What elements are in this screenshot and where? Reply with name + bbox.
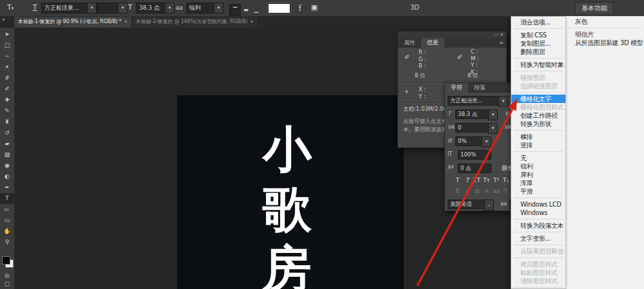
menu-item[interactable]: 从所选图层新建 3D 模型 <box>566 39 644 47</box>
font-size-field[interactable]: 38.3 点▾ <box>455 109 498 119</box>
menu-item[interactable]: 横排 <box>511 133 565 141</box>
tab-properties[interactable]: 属性 <box>398 38 421 48</box>
menu-item[interactable]: 转换为段落文本 <box>511 221 565 230</box>
canvas-vertical-text[interactable]: 小歌房 <box>263 120 312 289</box>
anti-alias-select[interactable]: 锐利▾ <box>186 3 223 14</box>
document-tab[interactable]: 未标题-1-恢复的 @ 90.9% (小歌房, RGB/8) *✕ <box>14 16 132 28</box>
menu-item[interactable]: 灰色 <box>566 17 644 26</box>
type-tool[interactable]: T <box>0 193 14 204</box>
type-style-button[interactable]: Tт <box>482 177 491 183</box>
font-family-select[interactable]: 方正粗活意...▾ <box>448 96 508 106</box>
eyedropper-tool[interactable]: ✐ <box>0 84 14 95</box>
warp-text-icon[interactable]: ʄ <box>295 3 305 13</box>
opentype-button[interactable]: A <box>482 188 491 194</box>
opentype-button[interactable]: T <box>501 188 511 194</box>
close-panel-icon[interactable]: ✕ <box>500 32 504 37</box>
tab-paragraph[interactable]: 段落 <box>468 83 491 93</box>
align-bottom-icon[interactable]: ▁ <box>251 5 261 15</box>
chevron-down-icon[interactable]: ▾ <box>214 3 223 14</box>
vertical-scale-field[interactable]: 100% <box>458 150 491 160</box>
collapse-panel-icon[interactable]: ‹‹ <box>495 32 498 37</box>
quick-mask-icon[interactable]: ◎ <box>0 272 14 279</box>
foreground-color-swatch[interactable] <box>2 256 10 265</box>
menu-item[interactable]: 栅格化文字 <box>511 95 565 103</box>
menu-item[interactable]: Windows <box>511 209 565 217</box>
chevron-down-icon[interactable]: ▾ <box>482 136 491 147</box>
font-size-select[interactable]: 38.3 点▾ <box>136 3 175 14</box>
type-tool-preset-icon[interactable]: T▾ <box>3 3 17 13</box>
chevron-down-icon[interactable]: ▾ <box>488 109 498 120</box>
opentype-button[interactable]: σ <box>462 188 472 194</box>
type-style-button[interactable]: TT <box>472 177 482 183</box>
menu-item[interactable]: 混合选项... <box>511 18 565 26</box>
menu-item[interactable]: 转换为形状 <box>511 120 565 128</box>
align-center-icon[interactable]: ▬ <box>241 5 251 15</box>
chevron-down-icon[interactable]: ▾ <box>498 96 508 107</box>
chevron-down-icon[interactable]: ▾ <box>165 3 175 14</box>
chevron-down-icon[interactable]: ▾ <box>87 3 97 14</box>
shape-tool[interactable]: ▭ <box>0 215 14 226</box>
chevron-down-icon[interactable]: ⌄ <box>484 200 494 210</box>
magic-wand-tool[interactable]: ✴ <box>0 62 14 73</box>
brush-tool[interactable]: ✎ <box>0 106 14 117</box>
clone-stamp-tool[interactable]: ♜ <box>0 117 14 127</box>
text-color-swatch[interactable] <box>268 3 290 14</box>
type-style-button[interactable]: T₁ <box>501 177 511 183</box>
tab-character[interactable]: 字符 <box>445 83 468 93</box>
history-brush-tool[interactable]: ↺ <box>0 127 14 138</box>
menu-item[interactable]: 转换为智能对象 <box>511 61 565 69</box>
3d-menu-label[interactable]: 3D <box>408 3 421 13</box>
opentype-button[interactable]: fi <box>453 188 462 194</box>
menu-item[interactable]: 明信片 <box>566 30 644 39</box>
spacing-field[interactable]: 0%▾ <box>455 136 491 146</box>
menu-item[interactable]: Windows LCD <box>511 200 565 209</box>
move-tool[interactable]: ➤ <box>0 29 14 40</box>
panel-menu-icon[interactable]: ≡ <box>499 38 504 48</box>
kerning-field[interactable]: 0▾ <box>455 123 498 133</box>
crop-tool[interactable]: # <box>0 73 14 84</box>
type-style-button[interactable]: T <box>453 177 462 183</box>
menu-item[interactable]: 文字变形... <box>511 234 565 243</box>
type-style-button[interactable]: T <box>462 177 472 183</box>
opentype-button[interactable]: st <box>472 188 482 194</box>
menu-item[interactable]: 删除图层 <box>511 48 565 56</box>
menu-item[interactable]: 复制 CSS <box>511 31 565 39</box>
hand-tool[interactable]: ✋ <box>0 226 14 237</box>
menu-item[interactable]: 锐利 <box>511 162 565 171</box>
menu-item[interactable]: 无 <box>511 154 565 162</box>
blur-tool[interactable]: ◉ <box>0 160 14 171</box>
menu-item[interactable]: 犀利 <box>511 171 565 179</box>
pen-tool[interactable]: ✒ <box>0 182 14 193</box>
document-tab[interactable]: 未标题-2-恢复的 @ 146%(矢量智能对象, RGB/8)✕ <box>132 16 258 28</box>
type-style-button[interactable]: T¹ <box>491 177 501 183</box>
baseline-shift-field[interactable]: 0 点 <box>458 163 491 173</box>
zoom-tool[interactable]: ⚲ <box>0 237 14 248</box>
menu-item[interactable]: 浑厚 <box>511 179 565 187</box>
text-orientation-icon[interactable]: T <box>30 3 40 13</box>
close-tab-icon[interactable]: ✕ <box>250 16 254 28</box>
font-family-select[interactable]: 方正粗活意...▾ <box>41 3 97 14</box>
opentype-button[interactable]: aa <box>491 188 501 194</box>
menu-item[interactable]: 创建工作路径 <box>511 111 565 120</box>
menu-item[interactable]: 竖排 <box>511 141 565 149</box>
tab-info[interactable]: 信息 <box>421 38 444 48</box>
canvas[interactable]: 小歌房 <box>177 95 404 289</box>
path-select-tool[interactable]: ▻ <box>0 204 14 215</box>
font-style-select[interactable]: ▾ <box>97 3 128 14</box>
align-top-icon[interactable]: ▔ <box>229 4 241 16</box>
screen-mode-icon[interactable]: ▢ <box>0 281 14 287</box>
lasso-tool[interactable]: ∽ <box>0 51 14 62</box>
tools-collapse-icon[interactable]: » <box>2 17 5 23</box>
menu-item[interactable]: 复制图层... <box>511 39 565 48</box>
gradient-tool[interactable]: ▧ <box>0 149 14 160</box>
close-tab-icon[interactable]: ✕ <box>124 16 128 28</box>
marquee-tool[interactable]: □ <box>0 40 14 51</box>
dodge-tool[interactable]: ◐ <box>0 171 14 182</box>
menu-item[interactable]: 平滑 <box>511 187 565 196</box>
toggle-panels-icon[interactable]: ▣ <box>309 3 319 13</box>
healing-brush-tool[interactable]: ✚ <box>0 95 14 106</box>
eraser-tool[interactable]: ▰ <box>0 138 14 149</box>
chevron-down-icon[interactable]: ▾ <box>488 123 498 134</box>
workspace-switcher-button[interactable]: 基本功能 <box>575 2 614 14</box>
language-select[interactable]: 美国英语⌄ <box>448 200 494 209</box>
